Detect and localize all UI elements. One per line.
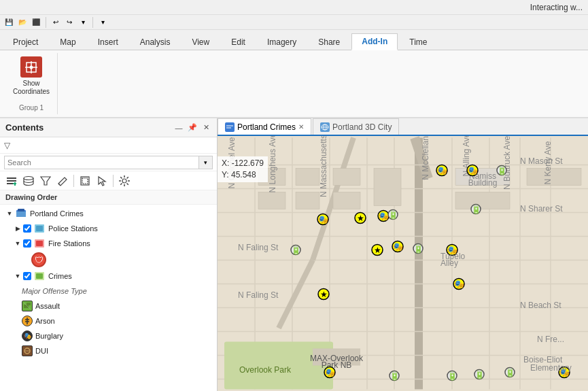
svg-text:🎭: 🎭 bbox=[437, 165, 447, 175]
tab-portland-3d[interactable]: Portland 3D City bbox=[313, 118, 399, 135]
filter-row: ▽ bbox=[0, 137, 217, 154]
crimes-checkbox[interactable] bbox=[23, 272, 31, 280]
search-dropdown[interactable]: ▾ bbox=[199, 156, 213, 169]
pin-btn[interactable]: 📌 bbox=[187, 122, 198, 133]
svg-text:Overlook Park: Overlook Park bbox=[239, 365, 292, 375]
svg-rect-33 bbox=[27, 303, 31, 305]
layer-crimes[interactable]: ▼ Crimes bbox=[0, 269, 217, 284]
svg-text:N Massachusetts Ave: N Massachusetts Ave bbox=[319, 136, 328, 197]
show-coordinates-label: ShowCoordinates bbox=[13, 80, 50, 96]
redo-btn[interactable]: ↪ bbox=[63, 16, 75, 29]
tab-time[interactable]: Time bbox=[399, 34, 437, 50]
customize-btn[interactable]: ▾ bbox=[97, 16, 109, 29]
portland-3d-tab-icon bbox=[320, 122, 330, 132]
add-layer-icon[interactable] bbox=[4, 173, 19, 188]
tab-portland-crimes[interactable]: Portland Crimes ✕ bbox=[218, 118, 311, 135]
portland-3d-tab-label: Portland 3D City bbox=[332, 122, 392, 132]
settings-icon[interactable] bbox=[117, 173, 132, 188]
tb-sep2 bbox=[92, 17, 93, 28]
select-icon[interactable] bbox=[94, 173, 109, 188]
arson-label: Arson bbox=[35, 317, 55, 325]
group1-label: Group 1 bbox=[19, 104, 44, 112]
expand-portland-crimes[interactable]: ▼ bbox=[5, 209, 14, 218]
ribbon-content: ShowCoordinates Group 1 bbox=[0, 50, 588, 117]
svg-rect-78 bbox=[258, 192, 286, 209]
filter-icon: ▽ bbox=[4, 141, 10, 150]
tab-imagery[interactable]: Imagery bbox=[257, 34, 307, 50]
filter-layer-icon[interactable] bbox=[38, 173, 53, 188]
toolbar-sep bbox=[73, 175, 74, 187]
expand-police-stations[interactable]: ▶ bbox=[14, 224, 22, 233]
svg-text:🔋: 🔋 bbox=[390, 371, 400, 381]
coordinates-icon bbox=[20, 56, 42, 78]
coord-x: X: -122.679 bbox=[222, 158, 264, 169]
search-input[interactable] bbox=[4, 156, 199, 169]
svg-text:★: ★ bbox=[374, 245, 381, 255]
tab-share[interactable]: Share bbox=[308, 34, 350, 50]
pencil-icon[interactable] bbox=[55, 173, 70, 188]
fire-stations-checkbox[interactable] bbox=[23, 239, 31, 248]
expand-crimes[interactable]: ▼ bbox=[14, 272, 22, 280]
layer-police-stations[interactable]: ▶ Police Stations bbox=[0, 221, 217, 236]
undo-drop[interactable]: ▾ bbox=[77, 16, 89, 29]
tab-map[interactable]: Map bbox=[50, 34, 86, 50]
minimize-btn[interactable]: — bbox=[173, 122, 184, 133]
svg-rect-25 bbox=[18, 209, 24, 211]
extent-icon[interactable] bbox=[77, 173, 92, 188]
svg-text:🎭: 🎭 bbox=[393, 241, 403, 252]
svg-text:Elementary: Elementary bbox=[530, 363, 572, 373]
svg-rect-85 bbox=[455, 192, 510, 209]
arson-icon bbox=[22, 316, 33, 326]
svg-rect-27 bbox=[36, 226, 43, 231]
close-contents-btn[interactable]: ✕ bbox=[201, 122, 211, 133]
map-canvas[interactable]: X: -122.679 Y: 45.548 bbox=[218, 136, 588, 391]
svg-line-21 bbox=[127, 177, 128, 178]
contents-header: Contents — 📌 ✕ bbox=[0, 118, 217, 137]
svg-text:Building: Building bbox=[468, 178, 498, 188]
svg-text:N Buttruck Ave: N Buttruck Ave bbox=[502, 136, 512, 190]
coord-y: Y: 45.548 bbox=[222, 169, 264, 181]
svg-text:🔋: 🔋 bbox=[505, 367, 515, 377]
portland-crimes-tab-close[interactable]: ✕ bbox=[298, 123, 304, 131]
arson-symbol: Arson bbox=[0, 313, 217, 328]
expand-fire-stations[interactable]: ▼ bbox=[14, 239, 22, 248]
svg-rect-5 bbox=[7, 177, 16, 179]
svg-rect-86 bbox=[527, 169, 581, 186]
show-coordinates-button[interactable]: ShowCoordinates bbox=[14, 56, 49, 97]
layer-fire-stations[interactable]: ▼ Fire Stations bbox=[0, 236, 217, 251]
tab-project[interactable]: Project bbox=[3, 34, 48, 50]
fire-symbol-icon: 🛡 bbox=[31, 252, 46, 267]
fire-stations-label: Fire Stations bbox=[48, 239, 90, 248]
svg-text:★: ★ bbox=[320, 290, 328, 299]
major-offense-label: Major Offense Type bbox=[22, 287, 87, 295]
layer-portland-crimes[interactable]: ▼ Portland Crimes bbox=[0, 206, 217, 221]
ribbon-group1: ShowCoordinates Group 1 bbox=[5, 53, 58, 114]
save-btn[interactable]: 💾 bbox=[3, 16, 15, 29]
svg-point-9 bbox=[24, 176, 33, 180]
fire-symbol-item: ▶ 🛡 bbox=[0, 251, 217, 269]
svg-rect-6 bbox=[7, 183, 14, 184]
toolbar-row: 💾 📂 ⬛ ↩ ↪ ▾ ▾ bbox=[0, 15, 588, 30]
fire-layer-icon bbox=[33, 237, 46, 250]
major-offense-header: Major Offense Type bbox=[0, 284, 217, 299]
tab-view[interactable]: View bbox=[181, 34, 220, 50]
undo-btn[interactable]: ↩ bbox=[50, 16, 62, 29]
tab-edit[interactable]: Edit bbox=[221, 34, 256, 50]
tab-insert[interactable]: Insert bbox=[88, 34, 128, 50]
layer-tree: ▼ Portland Crimes ▶ bbox=[0, 205, 217, 391]
new-btn[interactable]: ⬛ bbox=[30, 16, 42, 29]
layer-toolbar bbox=[0, 171, 217, 190]
svg-text:🔋: 🔋 bbox=[447, 371, 457, 381]
open-btn[interactable]: 📂 bbox=[16, 16, 29, 29]
dui-icon bbox=[22, 345, 33, 356]
tab-addin[interactable]: Add-In bbox=[351, 33, 398, 50]
svg-text:Alley: Alley bbox=[440, 258, 458, 268]
ribbon-tabs: Project Map Insert Analysis View Edit Im… bbox=[0, 30, 588, 50]
database-icon[interactable] bbox=[21, 173, 36, 188]
svg-text:🔋: 🔋 bbox=[471, 204, 481, 214]
police-stations-checkbox[interactable] bbox=[23, 224, 31, 233]
tab-analysis[interactable]: Analysis bbox=[130, 34, 181, 50]
portland-crimes-tab-label: Portland Crimes bbox=[237, 122, 296, 132]
svg-line-11 bbox=[58, 184, 60, 185]
svg-text:🎭: 🎭 bbox=[318, 214, 328, 224]
